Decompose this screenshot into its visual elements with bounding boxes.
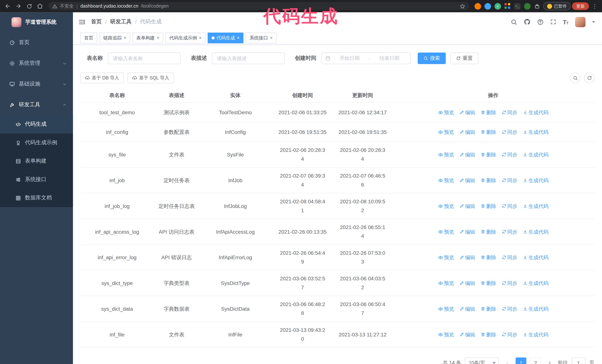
extension-icon-lion[interactable] [474, 3, 481, 10]
avatar-caret-icon[interactable] [592, 21, 595, 23]
extension-icon-leaf[interactable] [524, 3, 530, 10]
generate-code-link[interactable]: 生成代码 [523, 304, 548, 313]
edit-link[interactable]: 编辑 [459, 253, 475, 262]
close-icon[interactable]: × [237, 36, 240, 40]
page-size-select[interactable]: 10条/页 [465, 357, 499, 364]
sync-link[interactable]: 同步 [502, 150, 517, 159]
delete-link[interactable]: 删除 [481, 227, 496, 236]
preview-link[interactable]: 预览 [438, 108, 454, 117]
page-number-2[interactable]: 2 [530, 357, 541, 364]
prev-page-button[interactable] [503, 357, 512, 364]
sync-link[interactable]: 同步 [502, 330, 517, 339]
sync-link[interactable]: 同步 [502, 128, 517, 136]
sidebar-item-devtools[interactable]: 研发工具 [0, 94, 73, 115]
search-button[interactable]: 搜索 [418, 52, 446, 64]
sync-link[interactable]: 同步 [502, 202, 517, 210]
sidebar-item-system[interactable]: 系统管理 [0, 53, 73, 74]
delete-link[interactable]: 删除 [481, 279, 496, 288]
tab-home[interactable]: 首页 [80, 32, 97, 43]
delete-link[interactable]: 删除 [481, 128, 496, 136]
generate-code-link[interactable]: 生成代码 [523, 279, 548, 288]
next-page-button[interactable] [545, 357, 554, 364]
delete-link[interactable]: 删除 [481, 202, 496, 210]
sync-link[interactable]: 同步 [502, 108, 517, 117]
date-range-picker[interactable]: 开始日期 - 结束日期 [321, 52, 411, 64]
edit-link[interactable]: 编辑 [459, 176, 475, 185]
help-icon[interactable] [537, 19, 544, 25]
close-icon[interactable]: × [124, 36, 126, 40]
browser-back-button[interactable] [3, 1, 12, 11]
toggle-search-button[interactable] [570, 73, 580, 83]
breadcrumb-home[interactable]: 首页 [91, 18, 102, 25]
address-bar[interactable]: 不安全 | dashboard.yudao.iocoder.cn/tool/co… [48, 2, 469, 10]
generate-code-link[interactable]: 生成代码 [523, 330, 548, 339]
sidebar-item-infra[interactable]: 基础设施 [0, 74, 73, 94]
browser-home-button[interactable] [35, 1, 45, 11]
sidebar-item-codegen[interactable]: 代码生成 [0, 115, 73, 133]
close-icon[interactable]: × [157, 36, 160, 40]
tab-tracing[interactable]: 链路追踪× [99, 32, 130, 43]
close-icon[interactable]: × [199, 36, 202, 40]
edit-link[interactable]: 编辑 [459, 227, 475, 236]
generate-code-link[interactable]: 生成代码 [523, 108, 548, 117]
generate-code-link[interactable]: 生成代码 [523, 176, 548, 185]
refresh-table-button[interactable] [584, 73, 595, 83]
generate-code-link[interactable]: 生成代码 [523, 150, 548, 159]
extensions-puzzle-icon[interactable] [534, 3, 540, 9]
goto-page-input[interactable] [572, 357, 586, 364]
generate-code-link[interactable]: 生成代码 [523, 227, 548, 236]
edit-link[interactable]: 编辑 [459, 128, 475, 136]
edit-link[interactable]: 编辑 [459, 202, 475, 210]
preview-link[interactable]: 预览 [438, 253, 454, 262]
preview-link[interactable]: 预览 [438, 202, 454, 210]
table-desc-input[interactable] [212, 52, 285, 64]
delete-link[interactable]: 删除 [481, 176, 496, 185]
delete-link[interactable]: 删除 [481, 150, 496, 159]
delete-link[interactable]: 删除 [481, 304, 496, 313]
user-avatar[interactable] [575, 17, 586, 27]
tab-codegen-example[interactable]: 代码生成示例× [165, 32, 205, 43]
close-icon[interactable]: × [270, 36, 273, 40]
generate-code-link[interactable]: 生成代码 [523, 202, 548, 210]
preview-link[interactable]: 预览 [438, 128, 454, 136]
extension-icon-drop[interactable] [484, 3, 491, 10]
search-icon[interactable] [511, 19, 517, 25]
delete-link[interactable]: 删除 [481, 330, 496, 339]
edit-link[interactable]: 编辑 [459, 304, 475, 313]
page-number-1[interactable]: 1 [516, 357, 527, 364]
edit-link[interactable]: 编辑 [459, 108, 475, 117]
profile-paused-badge[interactable]: 已暂停 [543, 2, 570, 10]
sync-link[interactable]: 同步 [502, 227, 517, 236]
preview-link[interactable]: 预览 [438, 279, 454, 288]
generate-code-link[interactable]: 生成代码 [523, 253, 548, 262]
reset-button[interactable]: 重置 [450, 52, 478, 64]
import-sql-button[interactable]: 基于 SQL 导入 [128, 73, 174, 83]
browser-menu-icon[interactable]: ⋮ [591, 3, 599, 9]
fullscreen-icon[interactable] [550, 19, 556, 25]
sync-link[interactable]: 同步 [502, 176, 517, 185]
breadcrumb-devtools[interactable]: 研发工具 [110, 18, 132, 25]
extension-icon-terminal[interactable]: >_ [514, 3, 520, 10]
preview-link[interactable]: 预览 [438, 304, 454, 313]
github-icon[interactable] [524, 18, 531, 25]
sidebar-item-home[interactable]: 首页 [0, 32, 73, 53]
preview-link[interactable]: 预览 [438, 227, 454, 236]
extension-icon-vue-devtools[interactable]: ✓ [494, 3, 501, 10]
browser-update-button[interactable]: 更新 [572, 2, 589, 10]
edit-link[interactable]: 编辑 [459, 279, 475, 288]
sidebar-item-form-builder[interactable]: 表单构建 [0, 152, 73, 170]
delete-link[interactable]: 删除 [481, 253, 496, 262]
sidebar-item-system-api[interactable]: 系统接口 [0, 170, 73, 189]
edit-link[interactable]: 编辑 [459, 150, 475, 159]
browser-reload-button[interactable] [25, 1, 34, 11]
delete-link[interactable]: 删除 [481, 108, 496, 117]
generate-code-link[interactable]: 生成代码 [523, 128, 548, 136]
hamburger-icon[interactable] [78, 18, 86, 26]
browser-forward-button[interactable] [14, 1, 23, 11]
extension-icon-share-grid[interactable] [505, 3, 511, 9]
tab-codegen[interactable]: 代码生成× [208, 32, 243, 43]
sync-link[interactable]: 同步 [502, 279, 517, 288]
bookmark-star-icon[interactable] [460, 3, 465, 9]
tab-form-builder[interactable]: 表单构建× [132, 32, 163, 43]
preview-link[interactable]: 预览 [438, 176, 454, 185]
